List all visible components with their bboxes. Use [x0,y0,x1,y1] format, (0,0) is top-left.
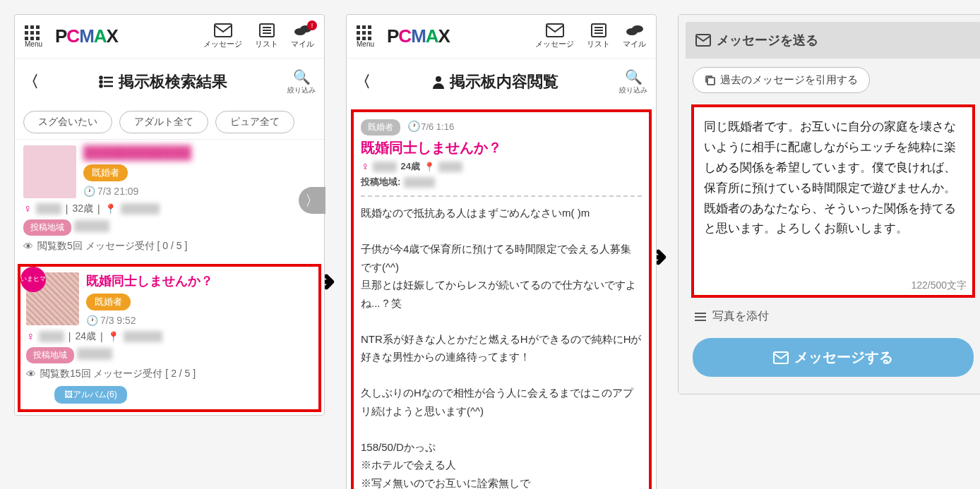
svg-point-9 [100,81,102,83]
avatar [23,145,76,198]
envelope-icon [695,34,711,47]
menu-label: Menu [357,40,374,48]
panel-post-detail: Menu PCMAX メッセージ リスト マイル 〈 掲示板内容閲覧 🔍絞り込み… [346,14,657,489]
label: マイル [291,40,314,48]
detail-top-row: 既婚者 🕐7/6 1:16 [361,119,642,135]
post-body-text: 既婚なので抵抗ある人はまずごめんなさいm( )m 子供が今4歳で保育所に預けてる… [361,204,642,489]
female-icon: ♀ [26,330,35,343]
married-tag: 既婚者 [83,164,128,181]
character-count: 122/500文字 [694,277,972,295]
search-icon: 🔍 [287,68,316,85]
post-card-highlighted[interactable]: いまヒマ 既婚同士しませんか？ 既婚者 🕐7/3 9:52 ♀██ | 24歳 … [18,264,321,412]
svg-point-11 [100,85,102,87]
post-title: 既婚同士しませんか？ [86,272,313,289]
album-tag[interactable]: 🖼アルバム(6) [54,386,127,404]
eye-icon: 👁 [26,368,36,380]
chip-adult-all[interactable]: アダルト全て [119,111,208,133]
post-stats: 👁閲覧数5回 メッセージ受付 [ 0 / 5 ] [23,240,316,253]
header-list[interactable]: リスト [587,23,610,49]
header-mile[interactable]: マイル [623,23,646,49]
filter-button[interactable]: 🔍絞り込み [619,68,647,95]
female-icon: ♀ [23,203,32,215]
grid-icon [357,25,374,40]
region-tag: 投稿地域 [23,219,71,236]
list-bullets-icon [99,75,114,89]
envelope-icon [214,23,232,37]
message-textarea[interactable]: 同じ既婚者です。お互いに自分の家庭を壊さないように相手に配慮しながらエッチを純粋… [694,107,972,277]
post-detail-body: 既婚者 🕐7/6 1:16 既婚同士しませんか？ ♀██ 24歳 📍██ 投稿地… [351,109,652,489]
brand-logo: PCMAX [55,25,118,47]
send-message-button[interactable]: メッセージする [693,338,974,377]
blurred-name: ██ [36,203,61,215]
chip-pure-all[interactable]: ピュア全て [215,111,294,133]
list-icon [259,23,275,37]
brand-logo: PCMAX [387,25,450,47]
app-header: Menu PCMAX メッセージ リスト マイル [347,15,656,59]
subheader: 〈 掲示板内容閲覧 🔍絞り込み [347,59,656,105]
ima-hima-badge: いまヒマ [20,267,46,292]
page-title: 掲示板検索結果 [39,71,287,92]
clock-icon: 🕐 [407,120,421,132]
label: メッセージ [203,40,242,48]
pin-icon: 📍 [107,331,119,342]
filter-chips: スグ会いたい アダルト全て ピュア全て [15,105,324,139]
hamburger-icon [694,311,707,322]
pin-icon: 📍 [424,162,435,172]
chip-meet-now[interactable]: スグ会いたい [23,111,112,133]
header-message[interactable]: メッセージ [203,23,242,49]
person-icon [431,75,446,89]
region-tag: 投稿地域 [26,347,74,363]
post-time: 🕐7/3 9:52 [86,315,313,326]
menu-button[interactable]: Menu [357,25,374,48]
timestamp: 7/6 1:16 [421,121,454,132]
notification-badge: ! [307,20,317,30]
svg-point-7 [100,77,102,79]
grid-icon [25,25,42,40]
copy-icon [705,75,716,86]
menu-label: Menu [25,40,42,48]
eye-icon: 👁 [23,241,33,252]
quote-previous-button[interactable]: 過去のメッセージを引用する [693,67,870,93]
header-message[interactable]: メッセージ [535,23,574,49]
envelope-icon [546,23,564,37]
post-title: ████████████ [83,145,316,160]
post-stats: 👁閲覧数15回 メッセージ受付 [ 2 / 5 ] [26,368,313,380]
chevron-right-icon[interactable]: 〉 [299,187,325,214]
attach-photo[interactable]: 写真を添付 [686,301,980,332]
svg-rect-0 [215,24,232,37]
compose-header: メッセージを送る [686,22,980,59]
label: リスト [255,40,278,48]
svg-rect-13 [546,24,563,37]
app-header: Menu PCMAX メッセージ リスト マイル ! [15,15,324,59]
filter-button[interactable]: 🔍絞り込み [287,68,316,95]
header-mile[interactable]: マイル ! [291,23,314,49]
post-meta: ♀██ | 32歳 | 📍████ [23,203,316,215]
detail-region: 投稿地域:███ [361,176,642,188]
header-list[interactable]: リスト [255,23,278,49]
back-chevron-icon[interactable]: 〈 [355,71,371,92]
clock-icon: 🕐 [83,186,95,197]
svg-point-19 [633,26,643,32]
post-card[interactable]: ████████████ 既婚者 🕐7/3 21:09 ♀██ | 32歳 | … [15,139,324,261]
female-icon: ♀ [361,160,369,173]
svg-point-20 [436,76,441,82]
back-chevron-icon[interactable]: 〈 [23,71,39,92]
coins-icon [626,23,643,37]
detail-meta: ♀██ 24歳 📍██ [361,160,642,173]
panel-search-results: Menu PCMAX メッセージ リスト マイル ! 〈 掲示板検索結果 🔍絞り… [14,14,325,416]
textarea-highlight: 同じ既婚者です。お互いに自分の家庭を壊さないように相手に配慮しながらエッチを純粋… [691,104,975,298]
avatar: いまヒマ [26,272,79,325]
post-meta: ♀██ | 24歳 | 📍████ [26,330,313,343]
panel-compose: メッセージを送る 過去のメッセージを引用する 同じ既婚者です。お互いに自分の家庭… [678,14,980,394]
search-icon: 🔍 [619,68,647,85]
married-tag: 既婚者 [361,119,400,135]
page-title: 掲示板内容閲覧 [371,71,619,92]
menu-button[interactable]: Menu [25,25,42,48]
list-icon [591,23,606,37]
envelope-icon [773,351,789,364]
subheader: 〈 掲示板検索結果 🔍絞り込み [15,59,324,105]
detail-title: 既婚同士しませんか？ [361,138,642,157]
married-tag: 既婚者 [86,294,131,310]
pin-icon: 📍 [104,203,116,215]
divider [361,195,642,197]
